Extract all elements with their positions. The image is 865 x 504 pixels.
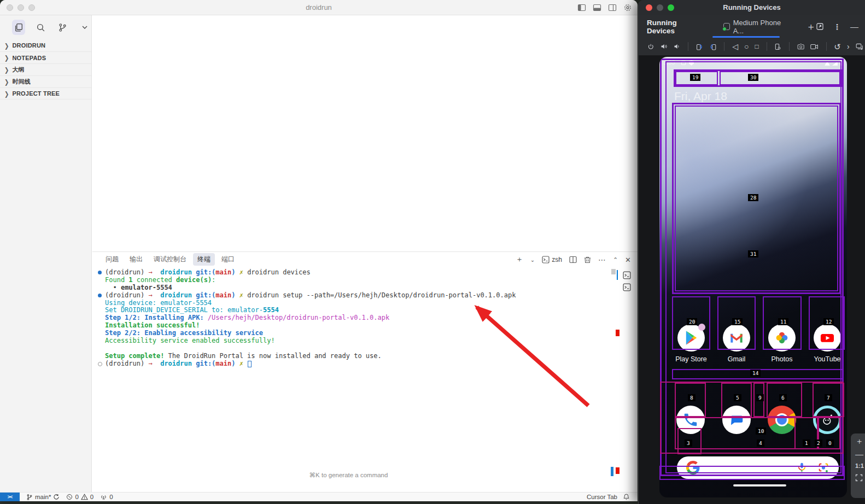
desktop: droidrun [0,0,865,504]
sync-icon [53,494,60,500]
app-messages[interactable] [722,406,751,434]
remote-indicator[interactable]: >< [0,493,20,502]
rotate-right-icon[interactable] [709,43,716,51]
tab-output[interactable]: 输出 [125,253,147,266]
zoom-out-button[interactable]: — [855,450,863,458]
tab-debug-console[interactable]: 调试控制台 [149,253,191,266]
toggle-primary-sidebar-icon[interactable] [576,2,587,13]
zoom-in-button[interactable]: ＋ [855,437,863,445]
screen-record-icon[interactable] [810,43,818,50]
terminal-output[interactable]: (droidrun) → droidrun git:(main) ✗ droid… [98,269,605,368]
overlay-index-label: 1 [803,439,810,447]
scrollbar-thumb[interactable] [611,269,616,274]
gutter [98,277,105,284]
cursor-window: droidrun [0,0,638,501]
titlebar: droidrun [0,0,638,15]
cursor-tab-status[interactable]: Cursor Tab [587,494,617,500]
tab-medium-phone[interactable]: Medium Phone A... [720,15,792,38]
maximize-panel-icon[interactable]: ⌃ [613,256,618,263]
android-back-button[interactable]: ◁ [732,43,738,50]
reset-view-icon[interactable]: ↺ [834,43,841,51]
overlay-index-label: 2 [815,439,822,447]
app-chrome[interactable] [768,406,796,434]
gesture-nav-handle[interactable] [733,484,786,487]
zoom-ratio-label: 1:1 [855,463,864,469]
google-search-bar[interactable] [677,456,839,479]
terminal-line: Found 1 connected device(s): [98,277,605,284]
overlay-bounding-box [675,71,718,85]
terminal-line: Using device: emulator-5554 [98,300,605,307]
new-terminal-button[interactable]: ＋ [516,255,523,265]
sidebar-item-droidrun[interactable]: ❯ DROIDRUN [0,39,91,51]
hide-panel-icon[interactable]: — [850,22,858,31]
source-control-icon[interactable] [56,20,69,35]
gutter [98,284,105,292]
overlay-bounding-box [672,103,841,294]
app-youtube[interactable]: YouTube [808,324,846,363]
volume-down-icon[interactable] [674,43,680,50]
sidebar-item-notepads[interactable]: ❯ NOTEPADS [0,51,91,63]
tab-problems[interactable]: 问题 [101,253,123,266]
popout-icon[interactable] [816,22,824,31]
gutter [98,307,105,314]
editor-pane [92,16,638,251]
statusbar: >< main* 0 0 0 Cursor Tab [0,492,638,501]
chevron-down-icon[interactable] [78,20,91,35]
app-photos[interactable]: Photos [763,324,801,363]
running-devices-window: Running Devices Running Devices Medium P… [638,0,865,504]
overlay-index-label: 4 [757,439,764,447]
sidebar-sections: ❯ DROIDRUN ❯ NOTEPADS ❯ 大纲 ❯ 时间线 ❯ PRO [0,39,91,99]
port-forward-status[interactable]: 0 [100,494,113,500]
split-terminal-icon[interactable] [569,256,577,263]
app-phone[interactable] [676,406,705,434]
overlay-index-label: 0 [826,439,834,447]
toggle-secondary-sidebar-icon[interactable] [607,2,618,13]
terminal-session-zsh-2[interactable] [618,281,635,293]
terminal-shell-badge[interactable]: zsh [542,256,562,263]
chevron-right-icon: ❯ [4,54,9,61]
gutter [98,322,105,330]
screenshot-camera-icon[interactable] [797,43,804,50]
android-recents-button[interactable]: □ [755,43,758,50]
bell-icon[interactable] [623,493,630,501]
settings-gear-icon[interactable] [622,2,633,13]
droidrun-robot-icon [819,412,835,428]
tab-terminal[interactable]: 终端 [193,253,215,266]
sidebar-item-project-tree[interactable]: ❯ PROJECT TREE [0,87,91,99]
rotate-left-icon[interactable] [696,43,703,51]
google-lens-icon[interactable] [817,462,829,474]
terminal-session-zsh-1[interactable] [618,269,635,281]
fit-to-screen-icon[interactable] [855,474,863,482]
sidebar-item-outline[interactable]: ❯ 大纲 [0,63,91,75]
kebab-menu-icon[interactable]: ⋮ [833,22,841,31]
chrome-icon [768,406,796,434]
phone-screen[interactable]: 3:33 Fri, Apr 18 [659,57,847,497]
device-settings-icon[interactable] [774,43,781,51]
multi-display-icon[interactable] [856,43,863,51]
tab-ports[interactable]: 端口 [217,253,239,266]
terminal-line: Accessibility service enabled successful… [98,337,605,345]
git-branch-status[interactable]: main* [26,494,60,501]
status-time: 3:33 [663,59,675,66]
problems-status[interactable]: 0 0 [66,494,93,500]
terminal-dropdown-icon[interactable]: ⌄ [530,257,535,263]
explorer-icon[interactable] [12,20,25,35]
sidebar-item-timeline[interactable]: ❯ 时间线 [0,75,91,87]
power-icon[interactable] [647,43,654,51]
more-actions-icon[interactable]: ⋯ [598,255,606,264]
kill-terminal-icon[interactable] [584,256,591,263]
chevron-right-icon[interactable]: › [847,43,850,50]
app-droidrun-portal[interactable] [813,406,841,434]
app-play-store[interactable]: Play Store [672,324,710,363]
android-status-bar: 3:33 [659,57,847,68]
app-gmail[interactable]: Gmail [717,324,756,363]
mic-icon[interactable] [796,461,808,474]
search-icon[interactable] [34,20,47,35]
close-panel-icon[interactable]: ✕ [625,256,631,264]
toggle-panel-icon[interactable] [592,2,603,13]
add-device-button[interactable]: ＋ [806,20,816,33]
terminal-line: (droidrun) → droidrun git:(main) ✗ [98,360,605,368]
volume-up-icon[interactable] [661,43,668,50]
android-home-button[interactable]: ○ [744,43,749,50]
sidebar: ❯ DROIDRUN ❯ NOTEPADS ❯ 大纲 ❯ 时间线 ❯ PRO [0,15,92,492]
